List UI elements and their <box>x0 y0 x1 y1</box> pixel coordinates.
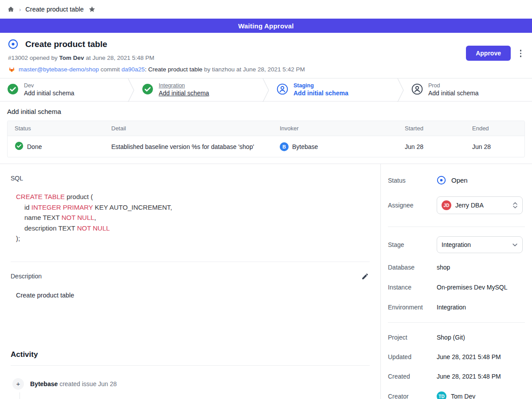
stage-env-label: Prod <box>428 82 479 90</box>
approval-banner: Waiting Approval <box>0 19 532 33</box>
avatar: JD <box>442 200 451 210</box>
environment-value: Integration <box>437 304 466 311</box>
col-started: Started <box>398 121 465 136</box>
stage-env-label: Dev <box>24 82 74 90</box>
check-circle-icon <box>15 141 23 152</box>
commit-line: master@bytebase-demo/shop commit da90a25… <box>8 66 525 73</box>
stage-integration[interactable]: IntegrationAdd initial schema <box>135 78 262 101</box>
sql-code: CREATE TABLE product (id INTEGER PRIMARY… <box>16 192 370 244</box>
person-circle-icon <box>277 83 288 97</box>
col-detail: Detail <box>104 121 273 136</box>
commit-colon: : <box>145 66 149 73</box>
page-title: Create product table <box>25 39 107 49</box>
check-circle-icon <box>7 83 19 97</box>
activity-actor: Bytebase <box>30 380 58 387</box>
task-status: Done <box>27 143 42 150</box>
col-ended: Ended <box>465 121 524 136</box>
approve-button[interactable]: Approve <box>466 46 511 61</box>
divider <box>388 322 525 323</box>
table-row: Done Established baseline version %s for… <box>8 136 524 157</box>
instance-label: Instance <box>388 284 437 291</box>
person-circle-icon <box>411 83 423 97</box>
more-actions-kebab-icon[interactable] <box>519 49 523 58</box>
issue-meta-suffix: at June 28, 2021 5:48 PM <box>84 55 154 61</box>
environment-label: Environment <box>388 304 437 311</box>
stage-select[interactable]: Integration <box>437 236 523 253</box>
plus-icon: + <box>12 378 24 390</box>
stage-env-label: Staging <box>293 82 348 90</box>
activity-title: Activity <box>11 350 370 359</box>
stage-staging[interactable]: StagingAdd initial schema <box>270 78 397 101</box>
main-panel: SQL CREATE TABLE product (id INTEGER PRI… <box>0 164 380 399</box>
commit-message: Create product table <box>148 66 202 73</box>
status-label: Status <box>388 177 437 184</box>
issue-meta-prefix: #13002 opened by <box>8 55 59 61</box>
list-item: + Bytebase created issue Jun 28 <box>12 378 370 390</box>
divider <box>11 262 370 262</box>
database-value: shop <box>437 264 450 271</box>
stage-env-label: Integration <box>159 82 209 90</box>
project-value: Shop (Git) <box>437 334 465 341</box>
issue-meta: #13002 opened by Tom Dev at June 28, 202… <box>8 55 525 61</box>
repo-link[interactable]: master@bytebase-demo/shop <box>19 66 99 73</box>
chevron-down-icon <box>512 242 518 248</box>
activity-action: created issue Jun 28 <box>58 380 117 387</box>
stage-value: Integration <box>442 241 508 248</box>
created-value: June 28, 2021 5:48 PM <box>437 373 501 380</box>
issue-sidebar: Status Open Assignee JD Jerry DBA Stage … <box>380 164 532 399</box>
task-ended: Jun 28 <box>472 143 491 150</box>
bytebase-avatar: B <box>280 142 289 151</box>
stage-separator <box>262 78 270 102</box>
sql-label: SQL <box>11 175 370 182</box>
task-started: Jun 28 <box>405 143 423 150</box>
stage-dev[interactable]: DevAdd initial schema <box>0 78 128 101</box>
status-open-icon <box>437 176 446 185</box>
col-invoker: Invoker <box>273 121 398 136</box>
created-label: Created <box>388 373 437 380</box>
stage-pipeline: DevAdd initial schema IntegrationAdd ini… <box>0 78 532 102</box>
commit-hash-link[interactable]: da90a25 <box>121 66 145 73</box>
status-badge: Open <box>451 176 468 184</box>
description-label: Description <box>11 273 42 280</box>
breadcrumb-title: Create product table <box>25 6 83 13</box>
stage-task-label: Add initial schema <box>428 90 479 98</box>
stage-label: Stage <box>388 241 437 248</box>
stage-separator <box>128 78 135 102</box>
star-icon[interactable] <box>88 6 96 13</box>
home-icon[interactable] <box>7 6 15 13</box>
stage-task-label: Add initial schema <box>24 90 74 98</box>
creator-label: Creator <box>388 393 437 399</box>
task-table-header: Status Detail Invoker Started Ended <box>8 121 524 136</box>
edit-pencil-icon[interactable] <box>360 272 370 281</box>
stage-task-label: Add initial schema <box>159 90 209 98</box>
page: › Create product table Waiting Approval … <box>0 0 532 399</box>
check-circle-icon <box>142 83 153 97</box>
database-label: Database <box>388 264 437 271</box>
assignee-label: Assignee <box>388 202 437 209</box>
timeline-connector <box>20 392 20 399</box>
stage-prod[interactable]: ProdAdd initial schema <box>404 78 532 101</box>
task-section: Add initial schema Status Detail Invoker… <box>0 102 532 164</box>
task-invoker: Bytebase <box>292 143 318 150</box>
divider <box>11 365 370 366</box>
content: SQL CREATE TABLE product (id INTEGER PRI… <box>0 164 532 399</box>
stage-separator <box>397 78 404 102</box>
breadcrumb-chevron-icon: › <box>19 6 21 13</box>
issue-open-icon <box>8 39 18 49</box>
gitlab-icon <box>8 66 16 73</box>
commit-word: commit <box>99 66 121 73</box>
issue-author: Tom Dev <box>59 55 84 61</box>
task-detail: Established baseline version %s for data… <box>111 143 254 150</box>
assignee-value: Jerry DBA <box>455 202 509 209</box>
updated-value: June 28, 2021 5:48 PM <box>437 353 501 360</box>
creator-value: Tom Dev <box>451 393 475 399</box>
updated-label: Updated <box>388 353 437 360</box>
task-section-title: Add initial schema <box>7 108 525 115</box>
col-status: Status <box>8 121 104 136</box>
project-label: Project <box>388 334 437 341</box>
assignee-select[interactable]: JD Jerry DBA <box>437 196 523 214</box>
updown-chevron-icon <box>512 202 518 209</box>
commit-tail: by tianzhou at June 28, 2021 5:42 PM <box>202 66 305 73</box>
task-table: Status Detail Invoker Started Ended Done… <box>7 121 525 157</box>
description-text: Create product table <box>16 292 370 299</box>
